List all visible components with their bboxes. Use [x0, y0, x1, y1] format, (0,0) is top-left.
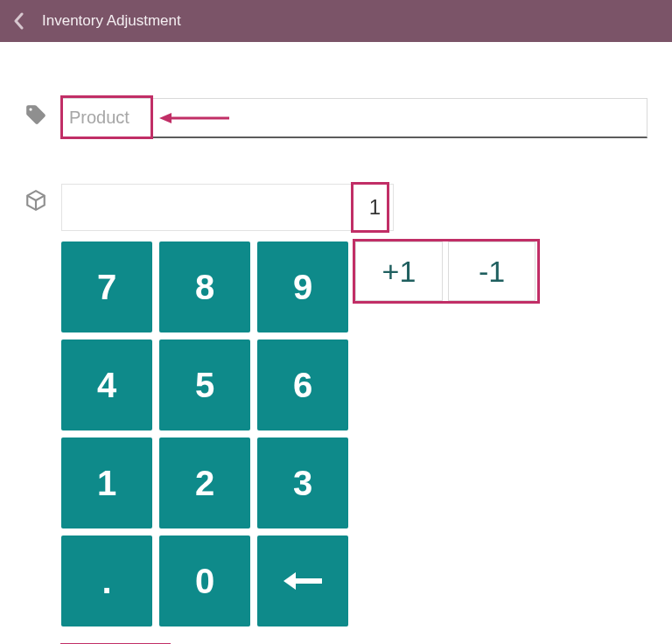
adjust-buttons: +1 -1: [355, 242, 536, 301]
key-7[interactable]: 7: [61, 242, 152, 332]
top-bar: Inventory Adjustment: [0, 0, 672, 42]
chevron-left-icon: [13, 12, 25, 30]
page-title: Inventory Adjustment: [42, 12, 181, 30]
key-dot[interactable]: .: [61, 536, 152, 626]
increment-button[interactable]: +1: [355, 242, 443, 301]
key-3[interactable]: 3: [257, 438, 348, 528]
content-area: 1 7 8 9 4 5 6 1 2 3 . 0: [0, 42, 672, 644]
tag-icon: [24, 98, 61, 126]
product-row: [24, 98, 648, 138]
product-input-wrapper: [61, 98, 648, 138]
quantity-display[interactable]: 1: [61, 184, 394, 231]
arrow-left-icon: [282, 569, 324, 593]
key-backspace[interactable]: [257, 536, 348, 626]
decrement-button[interactable]: -1: [448, 242, 536, 301]
key-2[interactable]: 2: [159, 438, 250, 528]
quantity-value: 1: [369, 195, 381, 220]
numeric-keypad: 7 8 9 4 5 6 1 2 3 . 0: [61, 242, 348, 626]
quantity-row: 1 7 8 9 4 5 6 1 2 3 . 0: [24, 184, 648, 626]
key-9[interactable]: 9: [257, 242, 348, 332]
cube-icon: [24, 184, 61, 212]
back-button[interactable]: [7, 9, 32, 33]
key-0[interactable]: 0: [159, 536, 250, 626]
product-input[interactable]: [69, 108, 640, 128]
key-1[interactable]: 1: [61, 438, 152, 528]
key-6[interactable]: 6: [257, 340, 348, 430]
key-4[interactable]: 4: [61, 340, 152, 430]
key-8[interactable]: 8: [159, 242, 250, 332]
keypad-area: 7 8 9 4 5 6 1 2 3 . 0 +1 -1: [61, 242, 648, 626]
key-5[interactable]: 5: [159, 340, 250, 430]
svg-marker-3: [284, 572, 296, 590]
